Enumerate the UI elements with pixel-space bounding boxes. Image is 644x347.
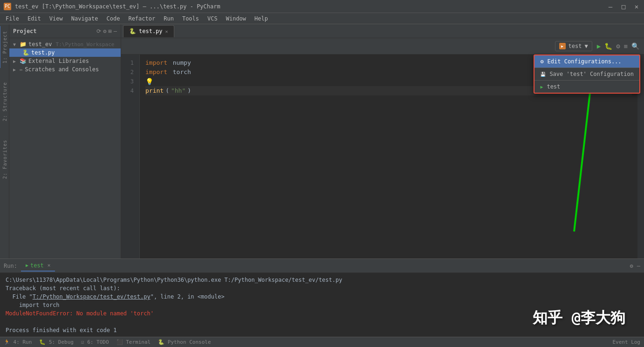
keyword-import-1: import [145, 58, 167, 68]
title-bar: PC test_ev [T:\Python_Workspace\test_ev]… [0, 0, 644, 13]
menu-code[interactable]: Code [103, 14, 124, 23]
run-output-line3: File "T:/Python_Workspace/test_ev/test.p… [6, 293, 638, 301]
test-run-icon: ▶ [540, 84, 543, 89]
tree-item-scratches[interactable]: ▶ ✏ Scratches and Consoles [9, 65, 121, 74]
window-controls: — □ ✕ [607, 3, 640, 10]
run-traceback-header: Traceback (most recent call last): [6, 285, 120, 292]
tree-item-test-py[interactable]: 🐍 test.py [9, 48, 121, 57]
menu-help[interactable]: Help [251, 14, 272, 23]
menu-refactor[interactable]: Refactor [124, 14, 159, 23]
run-file-suffix: ", line 2, in <module> [151, 293, 225, 300]
tree-item-test-ev[interactable]: ▼ 📁 test_ev T:\Python_Workspace [9, 40, 121, 48]
module-numpy: numpy [169, 58, 191, 68]
tree-arrow-test-ev: ▼ [13, 42, 18, 47]
sidebar-title: Project [13, 28, 37, 34]
status-run[interactable]: 🏃 4: Run [4, 339, 32, 345]
menu-vcs[interactable]: VCS [204, 14, 221, 23]
bottom-min-btn[interactable]: — [637, 263, 640, 269]
folder-icon: 📁 [20, 41, 27, 48]
maximize-button[interactable]: □ [620, 3, 627, 10]
run-config-chevron: ▼ [584, 43, 588, 49]
debug-button[interactable]: 🐛 [603, 41, 613, 51]
status-event-log[interactable]: Event Log [612, 339, 640, 345]
status-terminal[interactable]: ⬛ Terminal [116, 339, 151, 345]
title-bar-left: PC test_ev [T:\Python_Workspace\test_ev]… [4, 3, 220, 10]
sidebar-cog-btn[interactable]: ⚙ [103, 28, 106, 34]
project-panel-label[interactable]: 1: Project [0, 26, 9, 68]
module-torch: torch [169, 68, 191, 77]
run-output-line1: C:\Users\11378\AppData\Local\Programs\Py… [6, 276, 638, 284]
status-debug[interactable]: 🐛 5: Debug [39, 339, 74, 345]
save-config-icon: 💾 [540, 72, 546, 77]
bottom-panel-toolbar: ⚙ — [630, 263, 640, 269]
run-tab-close[interactable]: ✕ [48, 262, 51, 268]
tree-label-test-py: test.py [31, 49, 55, 56]
run-output-line2: Traceback (most recent call last): [6, 284, 638, 293]
sidebar-expand-btn[interactable]: ⊞ [109, 28, 112, 34]
line-numbers: 1 2 3 4 [121, 54, 140, 259]
bottom-panel: Run: ▶ test ✕ ⚙ — C:\Users\11378\AppData… [0, 259, 644, 347]
favorites-label: 2: Favorites [1, 138, 8, 181]
sidebar-close-btn[interactable]: — [114, 28, 117, 34]
menu-edit[interactable]: Edit [24, 14, 45, 23]
tree-label-scratches: Scratches and Consoles [25, 66, 99, 73]
run-file-link[interactable]: T:/Python_Workspace/test_ev/test.py [33, 293, 151, 300]
status-python-console[interactable]: 🐍 Python Console [158, 339, 211, 345]
dropdown-item-edit-configs[interactable]: ⚙ Edit Configurations... [534, 55, 639, 68]
status-bar: 🏃 4: Run 🐛 5: Debug ☑ 6: TODO ⬛ Terminal… [0, 337, 644, 347]
test-run-label: test [547, 83, 560, 90]
string-hh: "hh" [171, 86, 185, 95]
line-num-3: 3 [123, 77, 137, 86]
status-todo[interactable]: ☑ 6: TODO [81, 339, 109, 345]
run-config-more-btn[interactable]: ≡ [623, 41, 629, 51]
sidebar-header: Project ⟳ ⚙ ⊞ — [9, 24, 121, 38]
tree-arrow-scratches: ▶ [13, 67, 18, 72]
menu-bar: File Edit View Navigate Code Refactor Ru… [0, 13, 644, 24]
structure-label: 2: Structure [1, 80, 8, 123]
run-exit-message: Process finished with exit code 1 [6, 327, 116, 333]
tree-path-test-ev: T:\Python_Workspace [56, 41, 115, 48]
save-config-label: Save 'test' Configuration [549, 71, 634, 77]
line-num-2: 2 [123, 68, 137, 77]
library-icon: 📚 [20, 58, 27, 64]
run-file-prefix: File " [6, 293, 33, 300]
menu-window[interactable]: Window [222, 14, 250, 23]
keyword-import-2: import [145, 68, 167, 77]
menu-navigate[interactable]: Navigate [68, 14, 102, 23]
editor-tab-test-py[interactable]: 🐍 test.py ✕ [123, 25, 174, 37]
menu-file[interactable]: File [2, 14, 23, 23]
tab-close-btn[interactable]: ✕ [165, 29, 168, 34]
run-config-edit-btn[interactable]: ⚙ [615, 41, 621, 51]
run-error-message: ModuleNotFoundError: No module named 'to… [6, 310, 154, 317]
left-side-panel: 1: Project 2: Structure 2: Favorites [0, 24, 9, 259]
minimize-button[interactable]: — [607, 3, 614, 10]
sidebar-sync-btn[interactable]: ⟳ [96, 28, 101, 34]
run-button[interactable]: ▶ [596, 41, 602, 51]
structure-panel-label[interactable]: 2: Structure [0, 77, 9, 126]
run-config-bar: ▶ test ▼ ▶ 🐛 ⚙ ≡ 🔍 [121, 38, 644, 54]
app-window: PC test_ev [T:\Python_Workspace\test_ev]… [0, 0, 644, 347]
run-toolbar: ▶ 🐛 ⚙ ≡ 🔍 [596, 41, 640, 51]
run-import-line: import torch [6, 302, 60, 308]
search-button[interactable]: 🔍 [630, 41, 640, 51]
sidebar-toolbar: ⟳ ⚙ ⊞ — [96, 28, 117, 34]
menu-tools[interactable]: Tools [178, 14, 203, 23]
run-tab-test[interactable]: ▶ test ✕ [21, 260, 55, 272]
lightbulb-icon: 💡 [145, 77, 153, 86]
dropdown-item-test[interactable]: ▶ test [534, 81, 639, 93]
run-config-dropdown-popup: ⚙ Edit Configurations... 💾 Save 'test' C… [534, 54, 640, 94]
menu-run[interactable]: Run [160, 14, 178, 23]
project-sidebar: Project ⟳ ⚙ ⊞ — ▼ 📁 test_ev T:\Python_Wo… [9, 24, 121, 259]
tab-python-icon: 🐍 [129, 28, 136, 34]
favorites-panel-label[interactable]: 2: Favorites [0, 135, 9, 184]
run-tab-icon: ▶ test [26, 262, 44, 269]
dropdown-item-save-config[interactable]: 💾 Save 'test' Configuration [534, 68, 639, 80]
edit-configs-label: Edit Configurations... [548, 58, 622, 65]
tree-item-ext-libs[interactable]: ▶ 📚 External Libraries [9, 57, 121, 65]
close-button[interactable]: ✕ [633, 3, 640, 10]
run-config-dropdown[interactable]: ▶ test ▼ [555, 41, 592, 51]
edit-configs-icon: ⚙ [540, 58, 543, 65]
tab-label-test-py: test.py [139, 28, 163, 34]
menu-view[interactable]: View [46, 14, 67, 23]
bottom-gear-btn[interactable]: ⚙ [630, 263, 633, 269]
